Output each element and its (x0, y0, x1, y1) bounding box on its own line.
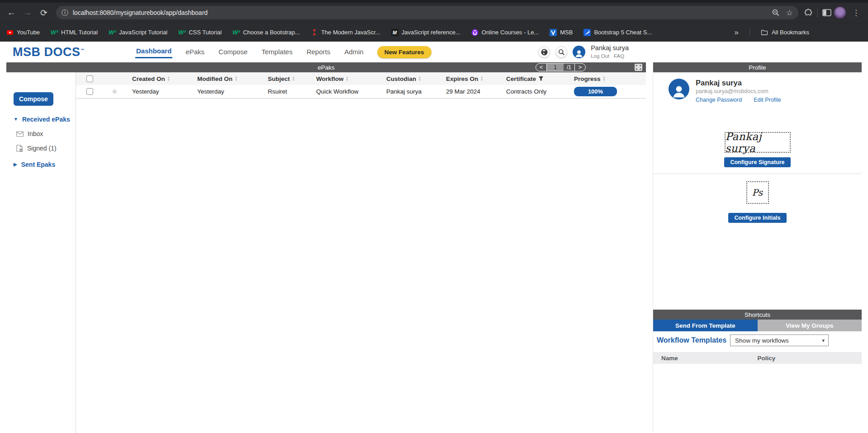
cell-created-on: Yesterday (132, 88, 159, 95)
nav-admin[interactable]: Admin (343, 47, 365, 58)
next-page-button[interactable]: > (575, 64, 585, 71)
pagination: < 1 /1 > (536, 63, 586, 71)
epak-row[interactable]: ★ Yesterday Yesterday Rsuiret Quick Work… (76, 85, 646, 99)
bookmark-bootstrap-cheatsheet[interactable]: Bootstrap 5 Cheat S... (583, 29, 652, 36)
profile-name: Pankaj surya (696, 79, 781, 87)
profile-title: Profile (749, 64, 766, 71)
profile-email: pankaj.surya@msbdocs.com (696, 88, 781, 94)
w3schools-icon: W³ (178, 29, 185, 36)
bookmark-js-tutorial[interactable]: W³ JavaScript Tutorial (109, 29, 167, 36)
col-subject[interactable]: Subject ▲▼ (261, 75, 310, 82)
toolbar-divider (817, 8, 818, 17)
bookmark-modern-js[interactable]: The Modern JavaScr... (311, 29, 380, 36)
extensions-icon[interactable] (804, 8, 813, 17)
nav-templates[interactable]: Templates (261, 47, 293, 58)
url-text: localhost:8080/mysignaturebook/app/dashb… (73, 9, 208, 16)
col-created-on[interactable]: Created On ▲▼ (126, 75, 191, 82)
shortcuts-tabs: Send From Template View My Groups (653, 320, 862, 331)
logout-link[interactable]: Log Out (591, 53, 609, 60)
reload-icon[interactable]: ⟳ (37, 6, 51, 19)
bookmark-star-icon[interactable]: ☆ (786, 9, 793, 17)
edit-profile-link[interactable]: Edit Profile (754, 97, 781, 103)
col-name: Name (653, 355, 758, 362)
col-progress[interactable]: Progress ▲▼ (568, 75, 646, 82)
select-all-checkbox[interactable] (86, 75, 93, 82)
bookmark-online-courses[interactable]: Online Courses - Le... (471, 29, 539, 36)
col-workflow[interactable]: Workflow ▲▼ (310, 75, 380, 82)
language-globe-icon[interactable] (538, 46, 550, 58)
col-custodian[interactable]: Custodian ▲▼ (380, 75, 440, 82)
shortcuts-title-bar: Shortcuts (653, 310, 862, 320)
bookmark-css-tutorial[interactable]: W³ CSS Tutorial (178, 29, 222, 36)
configure-signature-button[interactable]: Configure Signature (724, 157, 790, 167)
prev-page-button[interactable]: < (536, 64, 546, 71)
bookmarks-bar: YouTube W³ HTML Tutorial W³ JavaScript T… (0, 23, 868, 42)
side-panel-icon[interactable] (822, 9, 831, 17)
w3schools-icon: W³ (109, 29, 116, 36)
tab-view-my-groups[interactable]: View My Groups (758, 320, 862, 331)
forward-icon[interactable]: → (21, 6, 34, 19)
chevron-down-icon: ▾ (822, 338, 825, 344)
youtube-icon (6, 29, 14, 36)
sidebar-item-received-epaks[interactable]: ▼ Received ePaks (14, 116, 76, 123)
filter-icon[interactable] (538, 76, 544, 81)
bookmark-msb[interactable]: MSB (550, 29, 573, 36)
main-content: ePaks < 1 /1 > Compose ▼ Received ePaks (6, 62, 646, 433)
sort-icon: ▲▼ (418, 76, 421, 81)
col-modified-on[interactable]: Modified On ▲▼ (191, 75, 261, 82)
inbox-icon (16, 131, 24, 137)
triangle-right-icon: ▶ (14, 162, 17, 167)
sort-icon: ▲▼ (167, 76, 170, 81)
browser-profile-avatar[interactable] (834, 7, 846, 19)
all-bookmarks-label: All Bookmarks (772, 29, 809, 36)
folder-icon (761, 29, 768, 36)
site-info-icon[interactable]: ⓘ (62, 9, 68, 17)
sidebar-item-inbox[interactable]: Inbox (16, 130, 76, 137)
col-expires-on[interactable]: Expires On ▲▼ (440, 75, 500, 82)
workflow-filter-select[interactable]: Show my workflows ▾ (730, 334, 829, 346)
cell-expires-on: 29 Mar 2024 (446, 88, 480, 95)
nav-reports[interactable]: Reports (306, 47, 332, 58)
zoom-indicator-icon[interactable] (772, 9, 780, 17)
epaks-table: Created On ▲▼ Modified On ▲▼ Subject ▲▼ … (76, 72, 646, 433)
bookmark-html-tutorial[interactable]: W³ HTML Tutorial (51, 29, 98, 36)
cell-subject[interactable]: Rsuiret (268, 88, 287, 95)
nav-dashboard[interactable]: Dashboard (135, 46, 172, 58)
cell-modified-on: Yesterday (197, 88, 224, 95)
page-number-input[interactable]: 1 (546, 64, 564, 71)
tab-send-from-template[interactable]: Send From Template (653, 320, 758, 331)
nav-epaks[interactable]: ePaks (185, 47, 205, 58)
configure-initials-button[interactable]: Configure Initials (728, 213, 786, 223)
row-checkbox[interactable] (86, 88, 93, 95)
search-icon[interactable] (555, 46, 567, 58)
user-avatar[interactable] (573, 46, 585, 58)
all-bookmarks-button[interactable]: All Bookmarks (761, 29, 809, 36)
col-certificate[interactable]: Certificate (500, 75, 568, 82)
profile-avatar (669, 79, 689, 99)
browser-menu-icon[interactable]: ⋮ (849, 8, 863, 18)
faq-link[interactable]: FAQ (614, 53, 624, 60)
bookmark-bootstrap-chooser[interactable]: W³ Choose a Bootstrap... (232, 29, 300, 36)
address-bar[interactable]: ⓘ localhost:8080/mysignaturebook/app/das… (56, 6, 798, 19)
javascript-info-icon (311, 29, 318, 36)
back-icon[interactable]: ← (5, 6, 18, 19)
favorite-star-icon[interactable]: ★ (111, 88, 118, 95)
bookmark-youtube[interactable]: YouTube (6, 29, 40, 36)
sort-icon: ▲▼ (346, 76, 349, 81)
bookmarks-overflow-icon[interactable]: » (734, 28, 738, 37)
new-features-button[interactable]: New Features (377, 46, 432, 58)
compose-button[interactable]: Compose (14, 92, 53, 106)
shortcuts-title: Shortcuts (745, 311, 770, 318)
nav-compose[interactable]: Compose (218, 47, 248, 58)
cell-custodian: Pankaj surya (386, 88, 422, 95)
sidebar-item-signed[interactable]: Signed (1) (16, 145, 76, 152)
sidebar-item-sent-epaks[interactable]: ▶ Sent Epaks (14, 161, 76, 168)
change-password-link[interactable]: Change Password (696, 97, 742, 103)
epaks-title-bar: ePaks < 1 /1 > (6, 62, 646, 72)
w3schools-icon: W³ (232, 29, 240, 36)
app-logo: MSB DOCS™ (13, 45, 85, 59)
bookmark-js-reference[interactable]: M JavaScript reference... (391, 29, 460, 36)
progress-badge: 100% (574, 87, 617, 96)
table-header: Created On ▲▼ Modified On ▲▼ Subject ▲▼ … (76, 72, 646, 85)
fullscreen-icon[interactable] (635, 64, 642, 72)
